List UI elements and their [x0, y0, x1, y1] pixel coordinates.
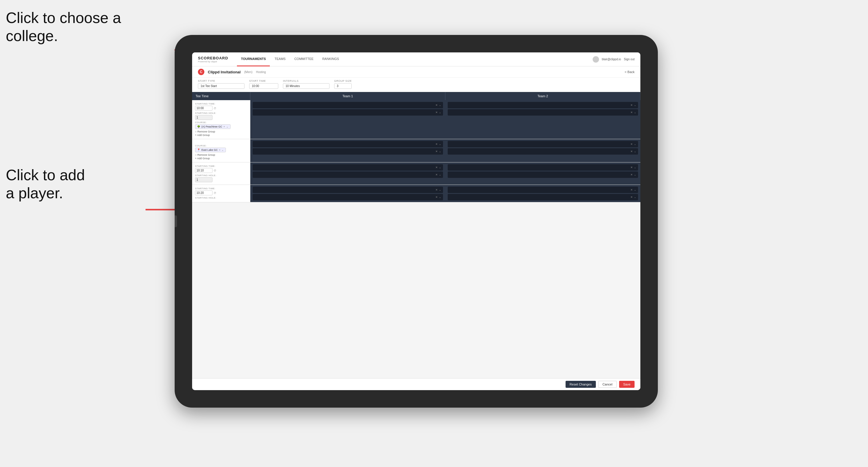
group-actions-2: ○ Remove Group + Add Group: [195, 153, 247, 160]
add-group-1[interactable]: + Add Group: [195, 134, 247, 136]
tablet-frame: SCOREBOARD Powered by clippd TOURNAMENTS…: [175, 35, 658, 408]
player-remove-icon[interactable]: ✕: [630, 166, 633, 169]
course-remove-2[interactable]: ×: [219, 149, 220, 151]
player-chevron-icon[interactable]: ⌄: [439, 188, 441, 191]
course-label-2: COURSE:: [195, 145, 247, 147]
back-button[interactable]: < Back: [625, 70, 634, 74]
starting-time-input-1[interactable]: [195, 106, 213, 111]
sub-header: C Clippd Invitational (Men) Hosting < Ba…: [192, 66, 640, 78]
group-size-group: Group Size 3: [334, 80, 352, 89]
player-chevron-icon[interactable]: ⌄: [634, 143, 636, 146]
logo-area: SCOREBOARD Powered by clippd: [198, 56, 228, 63]
sign-out-link[interactable]: Sign out: [624, 58, 634, 61]
group-size-label: Group Size: [334, 80, 352, 83]
player-chevron-icon[interactable]: ⌄: [439, 196, 441, 198]
team1-cell-4: ✕ ⌄ ✕ ⌄: [250, 185, 445, 202]
col-team2: Team 2: [445, 92, 640, 100]
table-row: STARTING TIME: ⏱ STARTING HOLE: 1 COURSE…: [192, 100, 640, 139]
table-row: COURSE: 📍 East Lake GC × ⌄ ○ Remove Grou…: [192, 139, 640, 162]
start-time-input[interactable]: [249, 83, 278, 89]
player-remove-icon[interactable]: ✕: [630, 188, 633, 191]
player-chevron-icon[interactable]: ⌄: [634, 188, 636, 191]
starting-time-input-3[interactable]: [195, 168, 213, 173]
player-row: ✕ ⌄: [253, 164, 443, 170]
group-size-select[interactable]: 3: [334, 83, 352, 89]
nav-rankings[interactable]: RANKINGS: [318, 53, 343, 66]
col-tee-time: Tee Time: [192, 92, 250, 100]
chevron-icon-2[interactable]: ⌄: [221, 149, 224, 151]
team2-cell-2: ✕ ⌄ ✕ ⌄: [445, 139, 640, 162]
add-group-2[interactable]: + Add Group: [195, 157, 247, 160]
course-tag-1[interactable]: 🌳 (A) Peachtree GC × ⌄: [195, 124, 230, 129]
player-remove-icon[interactable]: ✕: [630, 196, 633, 198]
starting-hole-select-3[interactable]: 1: [195, 177, 213, 182]
reset-button[interactable]: Reset Changes: [565, 381, 596, 388]
cancel-button[interactable]: Cancel: [598, 381, 617, 388]
player-remove-icon[interactable]: ✕: [630, 143, 633, 146]
avatar: [593, 56, 599, 63]
starting-hole-label: STARTING HOLE:: [195, 112, 247, 115]
player-chevron-icon[interactable]: ⌄: [634, 196, 636, 198]
player-remove-icon[interactable]: ✕: [435, 111, 438, 114]
group-2-left: COURSE: 📍 East Lake GC × ⌄ ○ Remove Grou…: [192, 139, 250, 162]
table-body: STARTING TIME: ⏱ STARTING HOLE: 1 COURSE…: [192, 100, 640, 378]
player-remove-icon[interactable]: ✕: [435, 188, 438, 191]
course-remove-1[interactable]: ×: [223, 125, 225, 128]
chevron-icon-1[interactable]: ⌄: [226, 125, 228, 128]
player-row: ✕ ⌄: [448, 109, 638, 116]
player-row: ✕ ⌄: [448, 172, 638, 178]
player-remove-icon[interactable]: ✕: [435, 196, 438, 198]
player-row: ✕ ⌄: [448, 148, 638, 155]
group-actions-1: ○ Remove Group + Add Group: [195, 130, 247, 136]
starting-time-input-4[interactable]: [195, 190, 213, 195]
start-time-group: Start Time: [249, 80, 278, 89]
player-row: ✕ ⌄: [253, 109, 443, 116]
nav-links: TOURNAMENTS TEAMS COMMITTEE RANKINGS: [237, 53, 593, 66]
player-chevron-icon[interactable]: ⌄: [634, 111, 636, 114]
intervals-select[interactable]: 10 Minutes: [283, 83, 330, 89]
player-chevron-icon[interactable]: ⌄: [439, 150, 441, 153]
tournament-title: Clippd Invitational: [208, 70, 241, 74]
player-row: ✕ ⌄: [253, 141, 443, 147]
remove-group-2[interactable]: ○ Remove Group: [195, 153, 247, 156]
clippd-logo: C: [198, 69, 204, 75]
course-name-1: (A) Peachtree GC: [202, 125, 222, 128]
player-chevron-icon[interactable]: ⌄: [634, 166, 636, 169]
player-remove-icon[interactable]: ✕: [630, 104, 633, 106]
group-4-left: STARTING TIME: ⏱ STARTING HOLE:: [192, 185, 250, 202]
player-row: ✕ ⌄: [448, 187, 638, 193]
starting-hole-select-1[interactable]: 1: [195, 115, 213, 120]
player-chevron-icon[interactable]: ⌄: [439, 143, 441, 146]
start-type-select[interactable]: 1st Tee Start: [198, 83, 245, 89]
nav-tournaments[interactable]: TOURNAMENTS: [237, 53, 270, 66]
player-remove-icon[interactable]: ✕: [435, 104, 438, 106]
start-time-label: Start Time: [249, 80, 278, 83]
annotation-player: Click to add a player.: [6, 166, 85, 203]
table-header: Tee Time Team 1 Team 2: [192, 92, 640, 100]
nav-committee[interactable]: COMMITTEE: [290, 53, 317, 66]
player-chevron-icon[interactable]: ⌄: [634, 150, 636, 153]
nav-teams[interactable]: TEAMS: [271, 53, 290, 66]
save-button[interactable]: Save: [619, 381, 634, 388]
player-chevron-icon[interactable]: ⌄: [439, 104, 441, 106]
remove-group-1[interactable]: ○ Remove Group: [195, 130, 247, 133]
team1-cell-2: ✕ ⌄ ✕ ⌄: [250, 139, 445, 162]
player-chevron-icon[interactable]: ⌄: [439, 173, 441, 176]
player-chevron-icon[interactable]: ⌄: [634, 173, 636, 176]
player-remove-icon[interactable]: ✕: [435, 166, 438, 169]
player-chevron-icon[interactable]: ⌄: [439, 166, 441, 169]
user-email: blair@clippd.io: [602, 58, 621, 61]
course-label-1: COURSE:: [195, 121, 247, 124]
side-button[interactable]: [175, 215, 177, 227]
player-remove-icon[interactable]: ✕: [435, 150, 438, 153]
player-remove-icon[interactable]: ✕: [435, 173, 438, 176]
course-tag-2[interactable]: 📍 East Lake GC × ⌄: [195, 148, 226, 152]
player-remove-icon[interactable]: ✕: [630, 111, 633, 114]
player-chevron-icon[interactable]: ⌄: [634, 104, 636, 106]
player-remove-icon[interactable]: ✕: [630, 173, 633, 176]
player-chevron-icon[interactable]: ⌄: [439, 111, 441, 114]
player-remove-icon[interactable]: ✕: [630, 150, 633, 153]
player-remove-icon[interactable]: ✕: [435, 143, 438, 146]
player-row: ✕ ⌄: [253, 102, 443, 108]
course-emoji-2: 📍: [197, 149, 200, 151]
